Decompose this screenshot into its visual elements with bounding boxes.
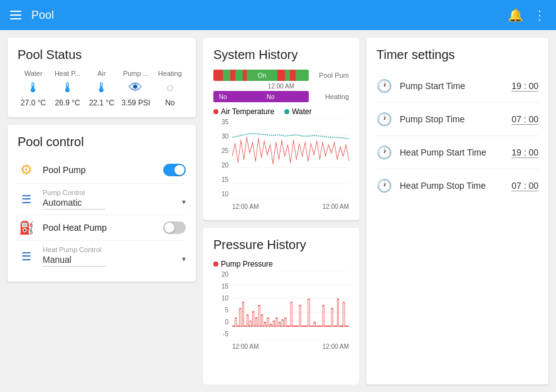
status-air-label: Air: [97, 70, 105, 77]
heat-select-arrow-icon: ▾: [182, 255, 186, 263]
thermometer-air-icon: 🌡: [95, 80, 109, 96]
heat-pump-text: Pool Heat Pump: [43, 223, 156, 233]
pump-control-select[interactable]: Automatic Manual Timer: [43, 196, 105, 209]
pump-icon: 👁: [129, 80, 142, 96]
notification-icon[interactable]: 🔔: [508, 8, 523, 23]
pump-stop-time-item: 🕐 Pump Stop Time 07 : 00: [377, 103, 538, 136]
topbar: Pool 🔔 ⋮: [0, 0, 556, 30]
thermometer-water-icon: 🌡: [26, 80, 40, 96]
status-water: Water 🌡 27.0 °C: [18, 70, 49, 107]
status-pump: Pump ... 👁 3.59 PSI: [120, 70, 151, 107]
pump-control-text: Pump Control Automatic Manual Timer ▾: [43, 189, 186, 209]
history-bars: On Pool Pum 12:00 AM No No: [213, 70, 349, 102]
status-water-label: Water: [24, 70, 43, 77]
heat-pump-start-label: Heat Pump Start Time: [400, 147, 504, 157]
temp-chart-area: Air Temperature Water 353025201510: [213, 107, 349, 210]
pump-start-value[interactable]: 19 : 00: [511, 81, 538, 92]
temp-chart-svg: [232, 119, 349, 202]
pool-pump-item: ⚙ Pool Pump: [18, 157, 186, 184]
status-heatpump-value: 26.9 °C: [55, 98, 80, 107]
pump-start-time-item: 🕐 Pump Start Time 19 : 00: [377, 70, 538, 103]
pump-control-icon: ☰: [18, 193, 35, 206]
heat-control-item: ☰ Heat Pump Control Manual Automatic Tim…: [18, 241, 186, 272]
timer-settings-card: Timer settings 🕐 Pump Start Time 19 : 00…: [366, 38, 548, 384]
heat-pump-start-clock-icon: 🕐: [377, 145, 392, 160]
system-history-title: System History: [213, 48, 349, 62]
heat-pump-stop-clock-icon: 🕐: [377, 178, 392, 193]
heat-pump-stop-value[interactable]: 07 : 00: [511, 181, 538, 191]
pump-stop-clock-icon: 🕐: [377, 112, 392, 127]
pool-pump-name: Pool Pump: [43, 165, 156, 175]
pump-stop-label: Pump Stop Time: [400, 114, 504, 124]
temp-chart-yaxis: 353025201510: [213, 119, 231, 198]
status-pump-value: 3.59 PSI: [121, 98, 150, 107]
status-heatpump-label: Heat P...: [55, 70, 80, 77]
heat-pump-name: Pool Heat Pump: [43, 223, 156, 233]
pool-pump-toggle[interactable]: [163, 164, 186, 176]
heat-control-text: Heat Pump Control Manual Automatic Timer…: [43, 246, 186, 267]
temp-chart-legend: Air Temperature Water: [213, 107, 349, 116]
temp-chart-wrap: 353025201510: [213, 119, 349, 210]
pressure-xaxis: 12:00 AM 12:00 AM: [232, 342, 349, 350]
heating-bar-track: No No: [213, 91, 309, 102]
timer-settings-title: Timer settings: [377, 48, 538, 62]
heat-control-select[interactable]: Manual Automatic Timer: [43, 253, 105, 267]
heating-bar-row: No No Heating: [213, 91, 349, 102]
pool-pump-bar-label: Pool Pum: [311, 72, 349, 79]
status-pump-label: Pump ...: [123, 70, 149, 77]
main-layout: Pool Status Water 🌡 27.0 °C Heat P... 🌡 …: [0, 30, 556, 392]
heat-control-subtext: Heat Pump Control: [43, 246, 186, 253]
pool-control-title: Pool control: [18, 135, 186, 149]
pool-status-title: Pool Status: [18, 48, 186, 62]
heating-bar-label: Heating: [311, 93, 349, 100]
menu-button[interactable]: [10, 11, 21, 19]
system-history-card: System History On: [203, 38, 359, 220]
bar-time-axis: 12:00 AM: [213, 83, 349, 90]
pool-pump-icon: ⚙: [18, 162, 35, 178]
pressure-history-title: Pressure History: [213, 238, 349, 252]
legend-item-water: Water: [284, 107, 312, 116]
heat-pump-start-time-item: 🕐 Heat Pump Start Time 19 : 00: [377, 136, 538, 169]
pump-start-label: Pump Start Time: [400, 81, 504, 91]
pressure-legend: Pump Pressure: [213, 260, 349, 268]
pump-select-arrow-icon: ▾: [182, 198, 186, 206]
pump-stop-value[interactable]: 07 : 00: [511, 114, 538, 125]
status-heating: Heating ○ No: [154, 70, 186, 107]
heat-pump-toggle[interactable]: [163, 221, 186, 234]
pump-control-item: ☰ Pump Control Automatic Manual Timer ▾: [18, 184, 186, 215]
pump-start-clock-icon: 🕐: [377, 78, 392, 93]
middle-column: System History On: [203, 38, 359, 384]
heat-control-select-wrap: Manual Automatic Timer ▾: [43, 253, 186, 267]
left-column: Pool Status Water 🌡 27.0 °C Heat P... 🌡 …: [8, 38, 196, 384]
pressure-xaxis-end: 12:00 AM: [323, 343, 349, 350]
status-heating-label: Heating: [158, 70, 182, 77]
legend-item-air: Air Temperature: [213, 107, 274, 116]
thermometer-heatpump-icon: 🌡: [61, 80, 75, 96]
pool-pump-bar-track: On: [213, 70, 309, 81]
heat-pump-stop-time-item: 🕐 Heat Pump Stop Time 07 : 00: [377, 169, 538, 202]
pool-status-card: Pool Status Water 🌡 27.0 °C Heat P... 🌡 …: [8, 38, 196, 117]
heating-icon: ○: [166, 80, 174, 96]
heat-pump-stop-label: Heat Pump Stop Time: [400, 181, 504, 191]
pressure-history-card: Pressure History Pump Pressure 20151050-…: [203, 228, 359, 384]
status-air: Air 🌡 22.1 °C: [86, 70, 117, 107]
pump-control-subtext: Pump Control: [43, 189, 186, 196]
topbar-icons: 🔔 ⋮: [508, 8, 546, 23]
heat-pump-item: ⛽ Pool Heat Pump: [18, 215, 186, 241]
heat-control-icon: ☰: [18, 250, 35, 263]
pressure-xaxis-start: 12:00 AM: [232, 343, 259, 350]
pressure-chart-wrap: 20151050-5: [213, 271, 349, 350]
more-icon[interactable]: ⋮: [533, 8, 546, 23]
pressure-legend-item: Pump Pressure: [213, 260, 273, 268]
pump-control-select-wrap: Automatic Manual Timer ▾: [43, 196, 186, 209]
temp-chart-xaxis: 12:00 AM12:00 AM: [232, 202, 349, 210]
status-grid: Water 🌡 27.0 °C Heat P... 🌡 26.9 °C Air …: [18, 70, 186, 107]
heat-pump-icon: ⛽: [18, 220, 35, 235]
app-title: Pool: [31, 9, 498, 22]
pool-pump-text: Pool Pump: [43, 165, 156, 175]
status-heating-value: No: [165, 98, 174, 107]
pressure-yaxis: 20151050-5: [213, 271, 231, 337]
heat-pump-start-value[interactable]: 19 : 00: [511, 147, 538, 158]
pool-control-card: Pool control ⚙ Pool Pump ☰ Pump Control: [8, 125, 196, 282]
status-air-value: 22.1 °C: [89, 98, 114, 107]
